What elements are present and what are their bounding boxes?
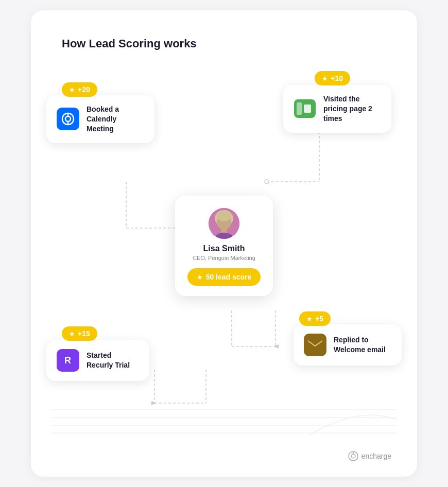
white-card: How Lead Scoring works	[31, 10, 417, 477]
encharge-brand: encharge	[348, 451, 391, 461]
svg-point-28	[217, 211, 231, 221]
email-card-text: Replied to Welcome email	[334, 335, 391, 355]
star-icon-2: ★	[322, 75, 328, 82]
star-icon-3: ★	[69, 330, 75, 338]
star-icon: ★	[69, 86, 75, 94]
recurly-icon: R	[57, 349, 79, 372]
svg-point-7	[265, 180, 269, 184]
bottom-decorative-lines	[51, 405, 397, 436]
lead-score-button[interactable]: ★ 50 lead score	[187, 268, 261, 286]
calendly-card: Booked a Calendly Meeting	[46, 95, 154, 143]
recurly-score-value: +15	[78, 329, 90, 338]
contact-avatar	[209, 208, 239, 239]
encharge-logo-icon	[348, 451, 358, 461]
pricing-score-badge: ★ +10	[315, 71, 350, 85]
email-score-badge: ★ +5	[299, 311, 331, 326]
pricing-score-value: +10	[331, 74, 343, 82]
calendly-card-text: Booked a Calendly Meeting	[87, 105, 144, 134]
pricing-card-text: Visited the pricing page 2 times	[323, 94, 381, 124]
calendly-icon	[57, 108, 79, 130]
contact-card: Lisa Smith CEO, Penguin Marketing ★ 50 l…	[175, 196, 273, 296]
contact-role: CEO, Penguin Marketing	[193, 255, 255, 261]
lead-score-star: ★	[197, 273, 203, 281]
svg-point-32	[351, 454, 355, 458]
encharge-label: encharge	[361, 452, 391, 460]
page-container: How Lead Scoring works	[0, 0, 448, 487]
email-icon	[304, 334, 326, 356]
svg-rect-30	[307, 339, 323, 351]
page-title: How Lead Scoring works	[62, 37, 197, 50]
svg-point-17	[65, 116, 71, 121]
svg-rect-22	[304, 105, 311, 113]
recurly-score-badge: ★ +15	[62, 326, 97, 341]
email-card: Replied to Welcome email	[294, 324, 402, 366]
lead-score-text: 50 lead score	[206, 273, 252, 281]
email-score-value: +5	[315, 315, 323, 323]
star-icon-4: ★	[306, 315, 313, 323]
pricing-card: Visited the pricing page 2 times	[283, 85, 391, 133]
svg-marker-15	[273, 344, 279, 349]
recurly-card-text: Started Recurly Trial	[87, 351, 139, 370]
pricing-icon	[294, 97, 316, 120]
calendly-score-badge: ★ +20	[62, 82, 97, 97]
svg-rect-21	[297, 102, 302, 115]
recurly-card: R Started Recurly Trial	[46, 340, 149, 381]
svg-text:R: R	[64, 355, 71, 366]
contact-name: Lisa Smith	[203, 244, 245, 253]
calendly-score-value: +20	[78, 85, 90, 94]
